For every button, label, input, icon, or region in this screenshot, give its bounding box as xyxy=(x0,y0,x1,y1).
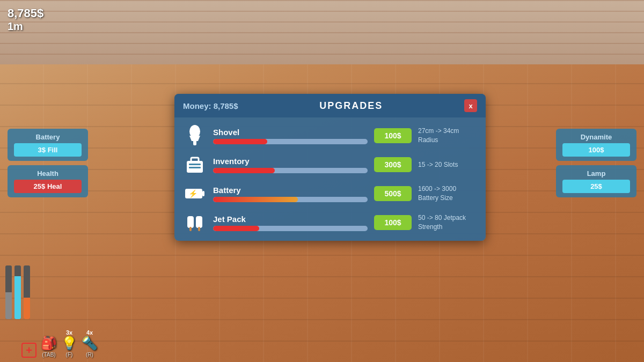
flashlight-label: (R) xyxy=(86,352,93,358)
inventory-desc: 15 -> 20 Slots xyxy=(418,160,477,169)
health-panel: Health 25$ Heal xyxy=(8,165,88,197)
upgrade-row-shovel: Shovel 100$ 27cm -> 34cmRadius xyxy=(183,124,477,147)
flashlight-icon: 🔦 xyxy=(82,336,98,351)
plus-icon-container: + xyxy=(21,343,36,358)
svg-rect-10 xyxy=(187,216,194,228)
hud-money: 8,785$ xyxy=(8,6,43,20)
dynamite-button[interactable]: 100$ xyxy=(562,143,630,157)
upgrade-row-battery: ⚡ Battery 500$ 1600 -> 3000Battery Size xyxy=(183,182,477,205)
orange-bar xyxy=(24,265,30,319)
jetpack-price-button[interactable]: 100$ xyxy=(374,215,412,230)
inventory-price-button[interactable]: 300$ xyxy=(374,157,412,172)
hud-topleft: 8,785$ 1m xyxy=(8,6,43,33)
lamp-button[interactable]: 25$ xyxy=(562,180,630,193)
shovel-name: Shovel xyxy=(213,128,368,137)
heal-button[interactable]: 25$ Heal xyxy=(14,180,82,193)
shovel-middle: Shovel xyxy=(213,128,368,144)
shovel-price-button[interactable]: 100$ xyxy=(374,128,412,143)
svg-rect-4 xyxy=(191,158,199,162)
svg-rect-11 xyxy=(196,216,202,228)
cyan-bar-fill xyxy=(14,276,21,319)
lamp-label: Lamp xyxy=(562,169,630,178)
hud-flashlight-icon: 4x 🔦 (R) xyxy=(82,329,98,358)
hud-bulb-icon: 3x 💡 (F) xyxy=(61,329,77,358)
battery-bar-bg xyxy=(213,197,368,202)
gray-bar xyxy=(5,265,12,319)
bulb-icon: 💡 xyxy=(61,336,77,351)
upgrade-row-jetpack: Jet Pack 100$ 50 -> 80 JetpackStrength xyxy=(183,211,477,234)
dynamite-panel: Dynamite 100$ xyxy=(556,129,636,161)
battery-price-button[interactable]: 500$ xyxy=(374,186,412,201)
orange-bar-fill xyxy=(24,298,30,319)
gray-bar-fill xyxy=(5,292,12,319)
shovel-icon xyxy=(183,124,207,147)
hud-backpack-icon: 🎒 (TAB) xyxy=(41,336,57,358)
svg-rect-13 xyxy=(198,227,200,231)
battery-desc: 1600 -> 3000Battery Size xyxy=(418,184,477,203)
shovel-bar-fill xyxy=(213,139,267,144)
battery-icon: ⚡ xyxy=(183,182,207,205)
cyan-bar xyxy=(14,265,21,319)
svg-marker-2 xyxy=(189,136,200,141)
fill-button[interactable]: 3$ Fill xyxy=(14,143,82,157)
bottom-icons: + 🎒 (TAB) 3x 💡 (F) 4x 🔦 (R) xyxy=(21,329,98,358)
svg-rect-5 xyxy=(189,164,201,165)
battery-bar-fill xyxy=(213,197,298,202)
jetpack-middle: Jet Pack xyxy=(213,215,368,231)
battery-name: Battery xyxy=(213,186,368,195)
backpack-label: (TAB) xyxy=(42,352,55,358)
jetpack-desc: 50 -> 80 JetpackStrength xyxy=(418,213,477,232)
jetpack-bar-bg xyxy=(213,226,368,231)
upgrades-dialog: Money: 8,785$ UPGRADES x Shovel 100$ 27c… xyxy=(174,94,486,241)
inventory-name: Inventory xyxy=(213,157,368,166)
battery-label: Battery xyxy=(14,133,82,141)
dialog-body: Shovel 100$ 27cm -> 34cmRadius Inventory xyxy=(174,117,486,241)
svg-text:⚡: ⚡ xyxy=(188,189,198,198)
inventory-bar-fill xyxy=(213,168,275,173)
inventory-bar-bg xyxy=(213,168,368,173)
right-panel: Dynamite 100$ Lamp 25$ xyxy=(556,129,636,197)
dynamite-label: Dynamite xyxy=(562,133,630,141)
brick-wall-area xyxy=(0,0,644,64)
hud-time: 1m xyxy=(8,20,43,33)
health-label: Health xyxy=(14,169,82,178)
inventory-icon xyxy=(183,153,207,176)
bulb-label: (F) xyxy=(66,352,73,358)
flashlight-count: 4x xyxy=(86,329,93,336)
upgrade-row-inventory: Inventory 300$ 15 -> 20 Slots xyxy=(183,153,477,176)
jetpack-bar-fill xyxy=(213,226,259,231)
bars-container xyxy=(5,265,30,319)
dialog-money: Money: 8,785$ xyxy=(183,101,238,110)
left-panel: Battery 3$ Fill Health 25$ Heal xyxy=(8,129,88,197)
svg-rect-8 xyxy=(202,191,204,196)
jetpack-icon xyxy=(183,211,207,234)
inventory-middle: Inventory xyxy=(213,157,368,173)
jetpack-name: Jet Pack xyxy=(213,215,368,224)
bulb-count: 3x xyxy=(66,329,72,336)
dialog-close-button[interactable]: x xyxy=(464,99,477,112)
plus-icon: + xyxy=(21,343,36,358)
shovel-bar-bg xyxy=(213,139,368,144)
svg-rect-6 xyxy=(189,167,201,168)
dialog-title: UPGRADES xyxy=(319,100,383,112)
svg-rect-12 xyxy=(189,227,192,231)
lamp-panel: Lamp 25$ xyxy=(556,165,636,197)
shovel-desc: 27cm -> 34cmRadius xyxy=(418,127,477,145)
battery-panel: Battery 3$ Fill xyxy=(8,129,88,161)
backpack-icon: 🎒 xyxy=(41,336,57,351)
battery-middle: Battery xyxy=(213,186,368,202)
dialog-header: Money: 8,785$ UPGRADES x xyxy=(174,94,486,117)
